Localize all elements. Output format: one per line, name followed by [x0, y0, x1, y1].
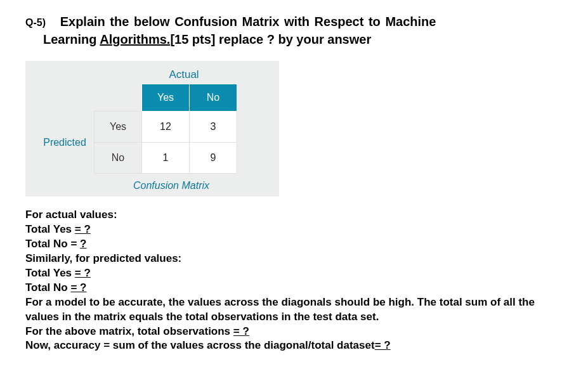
- confusion-matrix-figure: Actual Yes No Predicted Yes 12 3 No 1 9 …: [25, 61, 279, 197]
- matrix-cell-fp: 3: [190, 112, 237, 143]
- blank-actual-no: ?: [80, 238, 86, 250]
- question-body: For actual values: Total Yes = ? Total N…: [25, 208, 563, 353]
- question-title-line2-under: Algorithms.[: [100, 32, 174, 46]
- body-line-9: Now, accuracy = sum of the values across…: [25, 339, 563, 353]
- matrix-cell-fn: 1: [142, 143, 190, 174]
- matrix-cell-tp: 12: [142, 112, 190, 143]
- matrix-col-no: No: [190, 84, 237, 112]
- matrix-col-yes: Yes: [142, 84, 190, 112]
- question-title-line1: Explain the below Confusion Matrix with …: [60, 15, 436, 29]
- question-title-line2-post: 15 pts] replace ? by your answer: [174, 32, 371, 46]
- body-line-7: For a model to be accurate, the values a…: [25, 295, 563, 325]
- body-line-5: Total Yes = ?: [25, 266, 563, 281]
- matrix-actual-label: Actual: [89, 68, 279, 81]
- blank-total-obs: = ?: [233, 325, 249, 337]
- blank-pred-no: = ?: [70, 281, 86, 294]
- body-line-3: Total No = ?: [25, 237, 563, 252]
- question-title-line2-pre: Learning: [43, 32, 100, 46]
- matrix-caption: Confusion Matrix: [63, 180, 279, 191]
- matrix-row-yes: Yes: [95, 112, 142, 143]
- body-line-8: For the above matrix, total observations…: [25, 325, 563, 339]
- matrix-predicted-label: Predicted: [36, 112, 95, 174]
- blank-accuracy: = ?: [375, 339, 391, 351]
- body-line-2: Total Yes = ?: [25, 223, 563, 237]
- question-number: Q-5): [25, 17, 46, 28]
- blank-pred-yes: = ?: [75, 267, 91, 279]
- body-line-1: For actual values:: [25, 208, 563, 223]
- matrix-row-no: No: [95, 143, 142, 174]
- body-line-4: Similarly, for predicted values:: [25, 252, 563, 266]
- question-header: Q-5) Explain the below Confusion Matrix …: [25, 13, 563, 48]
- body-line-6: Total No = ?: [25, 281, 563, 295]
- confusion-matrix-table: Yes No Predicted Yes 12 3 No 1 9: [36, 84, 237, 174]
- matrix-cell-tn: 9: [190, 143, 237, 174]
- blank-actual-yes: = ?: [75, 223, 91, 235]
